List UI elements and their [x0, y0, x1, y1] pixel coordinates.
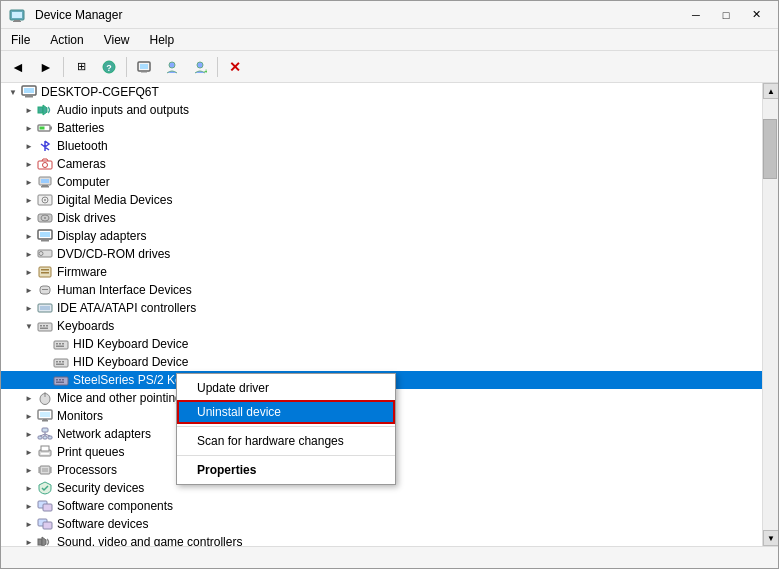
expand-icon-computer: ►: [21, 174, 37, 190]
scroll-thumb[interactable]: [763, 119, 777, 179]
scroll-up-button[interactable]: ▲: [763, 83, 778, 99]
hid-icon: [37, 282, 53, 298]
svg-rect-93: [43, 522, 52, 529]
tree-panel[interactable]: ▼ DESKTOP-CGEFQ6T ►: [1, 83, 762, 546]
tree-item-software-components[interactable]: ► Software components: [1, 497, 762, 515]
scroll-track[interactable]: [763, 99, 778, 530]
scroll-down-button[interactable]: ▼: [763, 530, 778, 546]
svg-rect-2: [14, 20, 20, 21]
window-title: Device Manager: [35, 8, 122, 22]
menu-file[interactable]: File: [1, 31, 40, 49]
ctx-properties[interactable]: Properties: [177, 458, 395, 482]
ctx-scan-hardware[interactable]: Scan for hardware changes: [177, 429, 395, 453]
tree-item-cameras[interactable]: ► Cameras: [1, 155, 762, 173]
ctx-update-driver[interactable]: Update driver: [177, 376, 395, 400]
svg-rect-50: [54, 341, 68, 349]
hid-label: Human Interface Devices: [57, 283, 192, 297]
tb-properties-button[interactable]: ⊞: [68, 55, 94, 79]
tree-item-ide[interactable]: ► IDE ATA/ATAPI controllers: [1, 299, 762, 317]
tree-item-dvd[interactable]: ► DVD/CD-ROM drives: [1, 245, 762, 263]
status-bar: [1, 546, 778, 568]
svg-rect-80: [41, 446, 49, 451]
menu-action[interactable]: Action: [40, 31, 93, 49]
keyboards-label: Keyboards: [57, 319, 114, 333]
tree-item-sound[interactable]: ► Sound, video and game controllers: [1, 533, 762, 546]
svg-rect-39: [41, 269, 49, 271]
print-icon: [37, 444, 53, 460]
expand-icon-hid: ►: [21, 282, 37, 298]
expand-icon-firmware: ►: [21, 264, 37, 280]
tree-item-hid-kb-1[interactable]: ► HID Keyboard Device: [1, 335, 762, 353]
device-manager-window: Device Manager ─ □ ✕ File Action View He…: [0, 0, 779, 569]
svg-rect-81: [41, 453, 49, 455]
svg-rect-35: [41, 240, 49, 242]
tb-uninstall-button[interactable]: ✕: [222, 55, 248, 79]
bluetooth-icon: [37, 138, 53, 154]
expand-icon-bluetooth: ►: [21, 138, 37, 154]
svg-rect-73: [38, 436, 42, 439]
tree-item-media[interactable]: ► Digital Media Devices: [1, 191, 762, 209]
expand-icon-batteries: ►: [21, 120, 37, 136]
menu-view[interactable]: View: [94, 31, 140, 49]
tb-add-button[interactable]: +: [187, 55, 213, 79]
ctx-separator-2: [177, 455, 395, 456]
print-label: Print queues: [57, 445, 124, 459]
ctx-uninstall-device[interactable]: Uninstall device: [177, 400, 395, 424]
media-label: Digital Media Devices: [57, 193, 172, 207]
close-button[interactable]: ✕: [742, 5, 770, 25]
sound-label: Sound, video and game controllers: [57, 535, 242, 546]
tb-scan-button[interactable]: [131, 55, 157, 79]
svg-rect-47: [43, 325, 45, 327]
computer-icon: [21, 84, 37, 100]
tree-item-disk[interactable]: ► Disk drives: [1, 209, 762, 227]
properties-label: Properties: [197, 463, 256, 477]
tree-item-keyboards[interactable]: ▼ Keyboards: [1, 317, 762, 335]
software-components-label: Software components: [57, 499, 173, 513]
keyboard-folder-icon: [37, 318, 53, 334]
tb-forward-button[interactable]: ►: [33, 55, 59, 79]
tree-item-root[interactable]: ▼ DESKTOP-CGEFQ6T: [1, 83, 762, 101]
tree-item-display[interactable]: ► Display adapters: [1, 227, 762, 245]
svg-rect-58: [62, 361, 64, 363]
tree-item-software-devices[interactable]: ► Software devices: [1, 515, 762, 533]
svg-rect-23: [41, 179, 49, 183]
tree-item-hid-kb-2[interactable]: ► HID Keyboard Device: [1, 353, 762, 371]
svg-rect-57: [59, 361, 61, 363]
svg-rect-15: [25, 96, 33, 98]
computer-label: Computer: [57, 175, 110, 189]
tree-item-audio[interactable]: ► Audio inputs and outputs: [1, 101, 762, 119]
svg-rect-74: [43, 436, 47, 439]
tb-show-devices-button[interactable]: [159, 55, 185, 79]
svg-rect-51: [56, 343, 58, 345]
svg-rect-72: [42, 428, 48, 432]
content-area: ▼ DESKTOP-CGEFQ6T ►: [1, 83, 778, 546]
tree-item-computer[interactable]: ► Computer: [1, 173, 762, 191]
software-dev-icon: [37, 516, 53, 532]
vertical-scrollbar[interactable]: ▲ ▼: [762, 83, 778, 546]
tb-back-button[interactable]: ◄: [5, 55, 31, 79]
svg-rect-91: [43, 504, 52, 511]
dvd-label: DVD/CD-ROM drives: [57, 247, 170, 261]
processors-label: Processors: [57, 463, 117, 477]
software-devices-label: Software devices: [57, 517, 148, 531]
monitor-icon: [37, 408, 53, 424]
maximize-button[interactable]: □: [712, 5, 740, 25]
svg-rect-42: [42, 289, 48, 290]
tree-item-firmware[interactable]: ► Firmware: [1, 263, 762, 281]
mice-icon: [37, 390, 53, 406]
title-bar-left: Device Manager: [9, 7, 122, 23]
svg-rect-40: [41, 272, 49, 274]
svg-rect-71: [42, 420, 48, 422]
menu-help[interactable]: Help: [140, 31, 185, 49]
tb-help-button[interactable]: ?: [96, 55, 122, 79]
minimize-button[interactable]: ─: [682, 5, 710, 25]
svg-rect-14: [26, 95, 32, 96]
batteries-label: Batteries: [57, 121, 104, 135]
keyboard-icon-1: [53, 336, 69, 352]
tree-item-hid[interactable]: ► Human Interface Devices: [1, 281, 762, 299]
svg-rect-60: [54, 377, 68, 385]
keyboard-icon-3: [53, 372, 69, 388]
tree-item-batteries[interactable]: ► Batteries: [1, 119, 762, 137]
tree-item-bluetooth[interactable]: ► Bluetooth: [1, 137, 762, 155]
scan-hardware-label: Scan for hardware changes: [197, 434, 344, 448]
